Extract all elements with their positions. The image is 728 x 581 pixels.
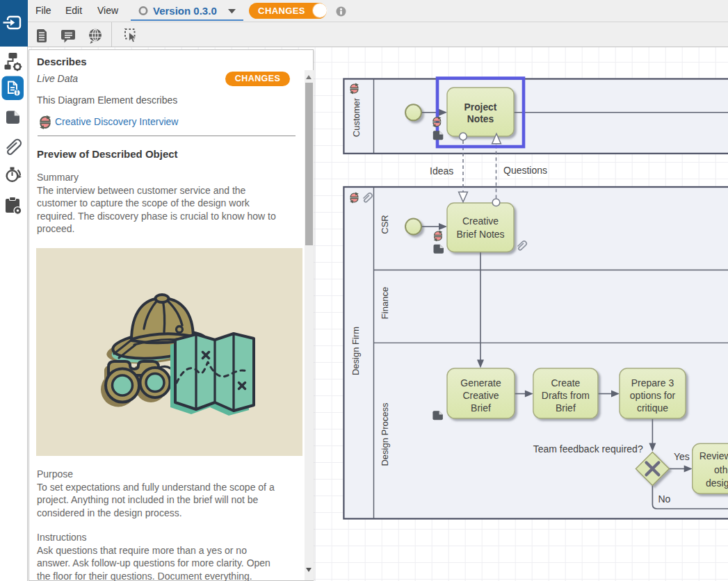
svg-text:Customer: Customer <box>351 97 362 137</box>
svg-text:Questions: Questions <box>503 165 547 176</box>
svg-text:Yes: Yes <box>674 451 690 462</box>
svg-text:Team feedback required?: Team feedback required? <box>533 443 643 455</box>
svg-text:No: No <box>658 493 671 505</box>
svg-text:Design Firm: Design Firm <box>350 327 361 375</box>
svg-text:Ideas: Ideas <box>430 165 453 177</box>
svg-text:CSR: CSR <box>380 215 390 234</box>
svg-text:Finance: Finance <box>380 287 390 319</box>
svg-text:Design Process: Design Process <box>380 402 390 466</box>
